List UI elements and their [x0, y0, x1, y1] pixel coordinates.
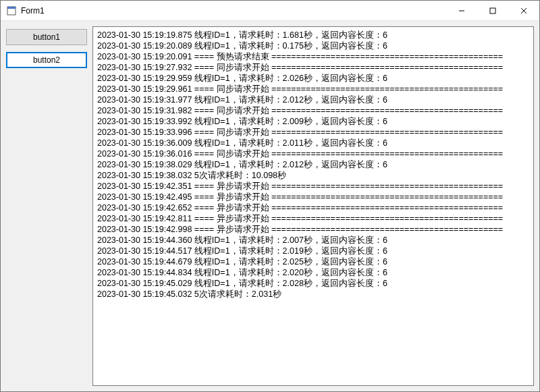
log-line: 2023-01-30 15:19:33.996 ==== 同步请求开始 ====…: [97, 127, 529, 138]
left-panel: button1 button2: [6, 26, 87, 386]
client-area: button1 button2 2023-01-30 15:19:19.875 …: [1, 21, 539, 391]
log-line: 2023-01-30 15:19:31.982 ==== 同步请求开始 ====…: [97, 105, 529, 116]
log-line: 2023-01-30 15:19:33.992 线程ID=1，请求耗时：2.00…: [97, 116, 529, 127]
close-button[interactable]: [508, 1, 539, 20]
log-line: 2023-01-30 15:19:19.875 线程ID=1，请求耗时：1.68…: [97, 30, 529, 40]
log-textbox[interactable]: 2023-01-30 15:19:19.875 线程ID=1，请求耗时：1.68…: [92, 26, 534, 386]
application-window: Form1 button1 button2 2023-01-30 15:19:1…: [0, 0, 540, 392]
log-line: 2023-01-30 15:19:20.089 线程ID=1，请求耗时：0.17…: [97, 40, 529, 51]
button1[interactable]: button1: [6, 29, 87, 45]
log-line: 2023-01-30 15:19:42.351 ==== 异步请求开始 ====…: [97, 181, 529, 192]
maximize-button[interactable]: [477, 1, 508, 20]
titlebar-controls: [446, 1, 539, 20]
log-line: 2023-01-30 15:19:42.495 ==== 异步请求开始 ====…: [97, 192, 529, 202]
log-line: 2023-01-30 15:19:42.998 ==== 异步请求开始 ====…: [97, 224, 529, 235]
log-line: 2023-01-30 15:19:31.977 线程ID=1，请求耗时：2.01…: [97, 94, 529, 105]
svg-rect-3: [490, 8, 495, 13]
log-line: 2023-01-30 15:19:36.016 ==== 同步请求开始 ====…: [97, 148, 529, 159]
log-line: 2023-01-30 15:19:38.032 5次请求耗时：10.098秒: [97, 170, 529, 181]
log-line: 2023-01-30 15:19:44.834 线程ID=1，请求耗时：2.02…: [97, 267, 529, 278]
app-icon: [6, 5, 17, 16]
log-line: 2023-01-30 15:19:44.360 线程ID=1，请求耗时：2.00…: [97, 235, 529, 246]
titlebar[interactable]: Form1: [1, 1, 539, 21]
log-line: 2023-01-30 15:19:45.032 5次请求耗时：2.031秒: [97, 289, 529, 300]
log-line: 2023-01-30 15:19:27.932 ==== 同步请求开始 ====…: [97, 62, 529, 73]
log-line: 2023-01-30 15:19:38.029 线程ID=1，请求耗时：2.01…: [97, 159, 529, 170]
log-line: 2023-01-30 15:19:20.091 ==== 预热请求结束 ====…: [97, 51, 529, 62]
minimize-button[interactable]: [446, 1, 477, 20]
log-line: 2023-01-30 15:19:36.009 线程ID=1，请求耗时：2.01…: [97, 138, 529, 148]
button2[interactable]: button2: [6, 52, 87, 68]
log-line: 2023-01-30 15:19:42.652 ==== 异步请求开始 ====…: [97, 202, 529, 213]
window-title: Form1: [21, 6, 446, 16]
log-line: 2023-01-30 15:19:44.679 线程ID=1，请求耗时：2.02…: [97, 256, 529, 267]
log-line: 2023-01-30 15:19:45.029 线程ID=1，请求耗时：2.02…: [97, 278, 529, 289]
svg-rect-1: [7, 7, 16, 9]
log-line: 2023-01-30 15:19:29.959 线程ID=1，请求耗时：2.02…: [97, 73, 529, 84]
log-line: 2023-01-30 15:19:29.961 ==== 同步请求开始 ====…: [97, 84, 529, 94]
log-line: 2023-01-30 15:19:44.517 线程ID=1，请求耗时：2.01…: [97, 246, 529, 256]
log-line: 2023-01-30 15:19:42.811 ==== 异步请求开始 ====…: [97, 213, 529, 224]
